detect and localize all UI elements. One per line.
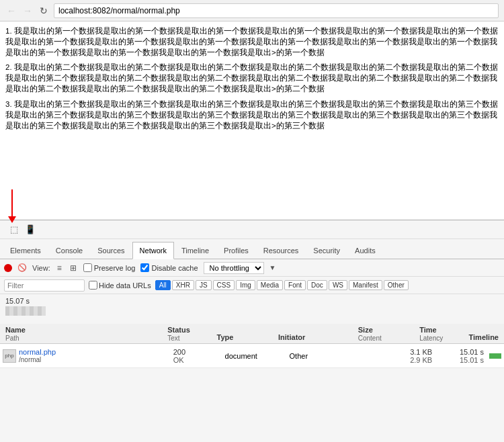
file-icon: php [3, 349, 16, 363]
filter-js[interactable]: JS [196, 280, 212, 290]
hide-data-urls-checkbox[interactable] [89, 281, 97, 290]
col-header-status[interactable]: Status Text [165, 324, 214, 343]
filter-doc[interactable]: Doc [307, 280, 327, 290]
col-header-type[interactable]: Type [214, 332, 276, 343]
td-timeline [487, 344, 504, 367]
row-path: /normal [19, 356, 56, 363]
timeline-bar [5, 306, 46, 316]
disable-cache-checkbox[interactable] [140, 263, 149, 272]
view-label: View: [32, 264, 50, 272]
table-header: Name Path Status Text Type Initiator Siz… [0, 324, 504, 344]
col-header-time[interactable]: Time Latency [417, 324, 466, 343]
filter-other[interactable]: Other [384, 280, 409, 290]
col-header-initiator[interactable]: Initiator [276, 332, 355, 343]
tab-console[interactable]: Console [48, 241, 90, 259]
timeline-bar-green [489, 353, 501, 359]
network-table: Name Path Status Text Type Initiator Siz… [0, 324, 504, 442]
tab-network[interactable]: Network [132, 242, 174, 259]
browser-toolbar: ← → ↻ [0, 0, 504, 21]
timeline-area: 15.07 s [0, 294, 504, 324]
row-filename: normal.php [19, 348, 56, 356]
tab-security[interactable]: Security [306, 241, 347, 259]
filter-all[interactable]: All [155, 280, 171, 290]
tab-sources[interactable]: Sources [90, 241, 132, 259]
group-view-button[interactable]: ⊞ [69, 263, 78, 273]
tab-elements[interactable]: Elements [3, 241, 48, 259]
time-label: 15.07 s [5, 297, 499, 305]
devtools-panel: ⬚ 📱 Elements Console Sources Network Tim… [0, 220, 504, 442]
list-view-button[interactable]: ≡ [56, 263, 63, 273]
preserve-log-checkbox[interactable] [83, 263, 92, 272]
table-row[interactable]: php normal.php /normal 200 OK document O… [0, 344, 504, 368]
filter-bar: Hide data URLs All XHR JS CSS Img Media … [0, 277, 504, 294]
tab-resources[interactable]: Resources [256, 241, 306, 259]
col-header-size[interactable]: Size Content [355, 324, 417, 343]
preserve-log-label[interactable]: Preserve log [83, 263, 136, 272]
page-content: 1. 我是取出的第一个数据我是取出的第一个数据我是取出的第一个数据我是取出的第一… [0, 21, 504, 220]
mobile-icon[interactable]: 📱 [24, 224, 36, 236]
filter-font[interactable]: Font [284, 280, 306, 290]
filter-types: All XHR JS CSS Img Media Font Doc WS Man… [155, 280, 409, 290]
record-button[interactable] [4, 264, 12, 272]
address-bar[interactable] [54, 3, 499, 18]
filter-xhr[interactable]: XHR [172, 280, 194, 290]
td-time: 15.01 s 15.01 s [435, 344, 487, 367]
td-status: 200 OK [171, 344, 222, 367]
filter-media[interactable]: Media [257, 280, 283, 290]
filter-input[interactable] [4, 279, 85, 292]
td-initiator: Other [287, 344, 371, 367]
refresh-button[interactable]: ↻ [38, 5, 50, 17]
filter-ws[interactable]: WS [329, 280, 347, 290]
devtools-tabs: Elements Console Sources Network Timelin… [0, 239, 504, 259]
inspect-icon[interactable]: ⬚ [8, 224, 20, 236]
tab-audits[interactable]: Audits [347, 241, 383, 259]
filter-img[interactable]: Img [236, 280, 255, 290]
content-line-2: 2. 我是取出的第二个数据我是取出的第二个数据我是取出的第二个数据我是取出的第二… [5, 62, 499, 94]
network-toolbar: 🚫 View: ≡ ⊞ Preserve log Disable cache N… [0, 259, 504, 277]
clear-button[interactable]: 🚫 [17, 263, 27, 273]
content-line-1: 1. 我是取出的第一个数据我是取出的第一个数据我是取出的第一个数据我是取出的第一… [5, 26, 499, 58]
throttle-select[interactable]: No throttling [204, 262, 264, 274]
filter-manifest[interactable]: Manifest [349, 280, 382, 290]
content-line-3: 3. 我是取出的第三个数据我是取出的第三个数据我是取出的第三个数据我是取出的第三… [5, 99, 499, 131]
forward-button[interactable]: → [22, 5, 34, 17]
tab-timeline[interactable]: Timeline [174, 241, 216, 259]
td-size: 3.1 KB 2.9 KB [370, 344, 435, 367]
devtools-icon-row: ⬚ 📱 [0, 220, 504, 239]
tab-profiles[interactable]: Profiles [216, 241, 256, 259]
red-arrow-top [8, 189, 16, 223]
col-header-name[interactable]: Name Path [3, 324, 165, 343]
td-name: php normal.php /normal [0, 344, 171, 367]
col-header-timeline[interactable]: Timeline [466, 332, 501, 343]
back-button[interactable]: ← [5, 5, 17, 17]
td-type: document [222, 344, 287, 367]
throttle-chevron-icon: ▼ [269, 264, 276, 271]
hide-data-urls-label[interactable]: Hide data URLs [89, 281, 151, 290]
filter-css[interactable]: CSS [213, 280, 235, 290]
disable-cache-label[interactable]: Disable cache [140, 263, 198, 272]
